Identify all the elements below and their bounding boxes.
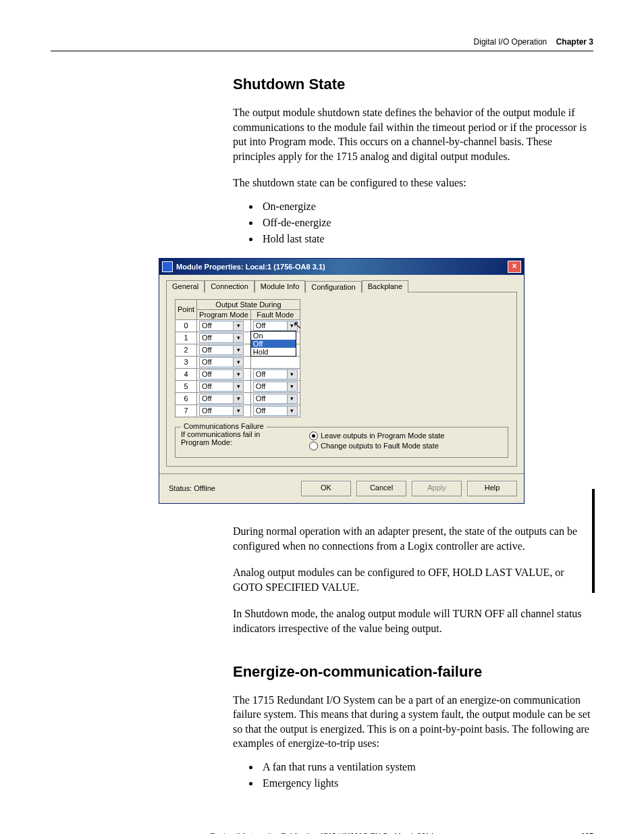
chevron-down-icon: ▾: [233, 358, 243, 367]
program-mode-select[interactable]: Off▾: [199, 357, 244, 367]
table-row: 4Off▾Off▾: [176, 368, 300, 380]
close-icon: ×: [512, 261, 516, 271]
para-3: During normal operation with an adapter …: [233, 524, 593, 553]
group-legend: Communications Failure: [181, 422, 267, 430]
program-mode-select[interactable]: Off▾: [199, 406, 244, 416]
fault-mode-select[interactable]: Off▾: [253, 394, 298, 404]
chevron-down-icon: ▾: [233, 334, 243, 342]
header-chapter: Chapter 3: [556, 37, 593, 47]
para-4: Analog output modules can be configured …: [233, 565, 593, 594]
status-text: Status: Offline: [166, 484, 215, 492]
radio-label: Change outputs to Fault Mode state: [321, 442, 439, 450]
tab-backplane[interactable]: Backplane: [362, 280, 408, 292]
chevron-down-icon: ▾: [233, 382, 243, 391]
radio-leave-outputs[interactable]: Leave outputs in Program Mode state: [309, 432, 444, 440]
program-mode-select[interactable]: Off▾: [199, 369, 244, 380]
list-shutdown-values: On-energize Off-de-energize Hold last st…: [233, 199, 593, 247]
para-2: The shutdown state can be configured to …: [233, 176, 593, 190]
para-6: The 1715 Redundant I/O System can be a p…: [233, 693, 593, 751]
chevron-down-icon: ▾: [287, 370, 297, 379]
chevron-down-icon: ▾: [233, 370, 243, 379]
col-fault-mode: Fault Mode: [250, 309, 300, 319]
tab-general[interactable]: General: [166, 280, 205, 292]
radio-label: Leave outputs in Program Mode state: [321, 432, 444, 440]
output-state-table: Point Output State During Program Mode F…: [175, 299, 300, 417]
table-row: 5Off▾Off▾: [176, 380, 300, 392]
chevron-down-icon: ▾: [233, 394, 243, 403]
dialog-titlebar[interactable]: Module Properties: Local:1 (1756-OA8 3.1…: [159, 259, 524, 275]
heading-energize: Energize-on-communication-failure: [233, 663, 593, 681]
heading-shutdown-state: Shutdown State: [233, 76, 593, 93]
chevron-down-icon: ▾: [287, 407, 297, 415]
dialog-title: Module Properties: Local:1 (1756-OA8 3.1…: [176, 263, 325, 271]
change-bar: [592, 489, 595, 593]
cancel-button[interactable]: Cancel: [356, 481, 406, 496]
comm-failure-text: If communications fail in Program Mode:: [181, 430, 282, 452]
fault-mode-select[interactable]: Off▾: [253, 406, 298, 416]
tab-configuration[interactable]: Configuration: [305, 281, 361, 293]
page-header: Digital I/O Operation Chapter 3: [51, 37, 593, 51]
chevron-down-icon: ▾: [287, 394, 297, 403]
chevron-down-icon: ▾: [233, 321, 243, 330]
list-item: On-energize: [260, 199, 593, 215]
radio-icon: [309, 442, 318, 450]
list-energize-examples: A fan that runs a ventilation system Eme…: [233, 759, 593, 791]
list-item: Emergency lights: [260, 775, 593, 791]
list-item: Hold last state: [260, 231, 593, 247]
program-mode-select[interactable]: Off▾: [199, 382, 244, 392]
list-item: Off-de-energize: [260, 215, 593, 231]
communications-failure-group: Communications Failure If communications…: [175, 427, 508, 458]
table-row: 7Off▾Off▾: [176, 405, 300, 417]
header-section: Digital I/O Operation: [474, 37, 547, 47]
program-mode-select[interactable]: Off▾: [199, 333, 244, 343]
col-point: Point: [176, 299, 197, 319]
program-mode-select[interactable]: Off▾: [199, 345, 244, 355]
list-item: A fan that runs a ventilation system: [260, 759, 593, 775]
program-mode-select[interactable]: Off▾: [199, 394, 244, 404]
apply-button[interactable]: Apply: [412, 481, 462, 496]
col-program-mode: Program Mode: [197, 309, 251, 319]
tab-strip: General Connection Module Info Configura…: [166, 280, 517, 292]
tab-module-info[interactable]: Module Info: [254, 280, 305, 292]
radio-change-outputs[interactable]: Change outputs to Fault Mode state: [309, 442, 444, 450]
fault-mode-select[interactable]: Off▾: [253, 382, 298, 392]
module-properties-dialog: Module Properties: Local:1 (1756-OA8 3.1…: [159, 258, 525, 504]
col-group: Output State During: [197, 299, 300, 309]
para-1: The output module shutdown state defines…: [233, 105, 593, 163]
app-icon: [162, 261, 173, 272]
chevron-down-icon: ▾: [287, 321, 297, 330]
fault-mode-select[interactable]: Off▾: [253, 321, 298, 331]
program-mode-select[interactable]: Off▾: [199, 321, 244, 331]
fault-mode-select[interactable]: Off▾: [253, 369, 298, 380]
fault-mode-dropdown[interactable]: On Off Hold: [250, 331, 296, 357]
dropdown-option-hold[interactable]: Hold: [251, 348, 296, 356]
chevron-down-icon: ▾: [233, 407, 243, 415]
help-button[interactable]: Help: [467, 481, 517, 496]
ok-button[interactable]: OK: [301, 481, 351, 496]
close-button[interactable]: ×: [508, 261, 521, 273]
dropdown-option-on[interactable]: On: [251, 332, 296, 340]
table-row: 3Off▾: [176, 356, 300, 368]
dropdown-option-off[interactable]: Off: [251, 340, 296, 348]
chevron-down-icon: ▾: [233, 346, 243, 355]
table-row: 6Off▾Off▾: [176, 392, 300, 405]
radio-icon: [309, 432, 318, 440]
table-row: 0 Off▾ Off▾ ↖ On Off Hold: [176, 319, 300, 332]
para-5: In Shutdown mode, the analog output modu…: [233, 606, 593, 635]
tab-connection[interactable]: Connection: [205, 280, 254, 292]
chevron-down-icon: ▾: [287, 382, 297, 391]
